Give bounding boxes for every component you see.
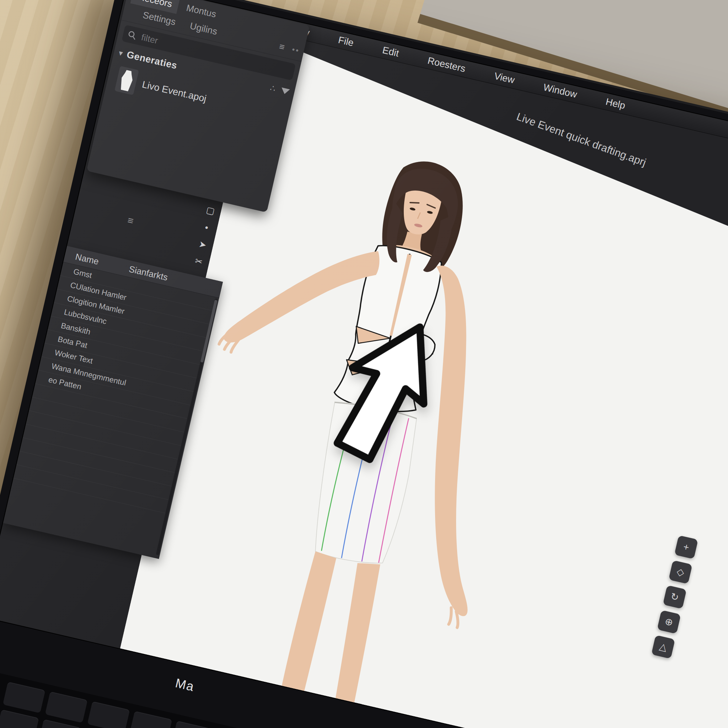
search-icon — [127, 29, 138, 41]
menu-edit[interactable]: Edit — [381, 44, 400, 59]
panel-menu-icon[interactable]: ≡ — [127, 215, 135, 227]
menu-window[interactable]: Window — [543, 82, 578, 100]
menu-file[interactable]: File — [337, 35, 355, 49]
hamburger-icon[interactable]: ≡ — [278, 41, 286, 53]
menu-roesters[interactable]: Roesters — [427, 55, 466, 75]
zoom-tool[interactable]: ⊕ — [657, 610, 681, 634]
pin-tool[interactable]: ➤ — [192, 235, 213, 254]
laptop-device: Show File Edit Roesters View Window Help… — [0, 0, 728, 728]
move-tool[interactable]: + — [674, 535, 698, 559]
keyboard-key[interactable] — [172, 721, 214, 728]
viewport-tool-stack: + ◇ ↻ ⊕ △ — [651, 535, 698, 659]
menu-view[interactable]: View — [493, 70, 516, 86]
box-tool[interactable]: ▢ — [200, 201, 221, 220]
gizmo-tool[interactable]: ◇ — [668, 560, 693, 584]
keyboard-key[interactable] — [45, 691, 87, 723]
dress-thumbnail — [115, 66, 139, 95]
disclosure-triangle-icon[interactable]: ▾ — [118, 48, 124, 58]
scissors-tool[interactable]: ✂ — [188, 252, 210, 271]
more-icon[interactable]: •• — [291, 45, 301, 55]
laptop-screen: Show File Edit Roesters View Window Help… — [0, 0, 728, 728]
device-brand-label: Ma — [174, 675, 196, 694]
menu-help[interactable]: Help — [605, 96, 626, 111]
snap-tool[interactable]: △ — [651, 635, 675, 659]
keyboard-key[interactable] — [129, 711, 172, 728]
project-file-name: Livo Event.apoj — [141, 79, 208, 104]
column-name: Name — [74, 251, 100, 267]
group-icon[interactable]: ∴ — [269, 83, 277, 94]
point-tool[interactable]: • — [196, 218, 217, 237]
keyboard-key[interactable] — [0, 710, 39, 728]
keyboard-key[interactable] — [3, 682, 46, 713]
filter-funnel-icon[interactable] — [280, 87, 290, 95]
keyboard-key[interactable] — [87, 701, 130, 728]
orbit-tool[interactable]: ↻ — [663, 585, 687, 609]
